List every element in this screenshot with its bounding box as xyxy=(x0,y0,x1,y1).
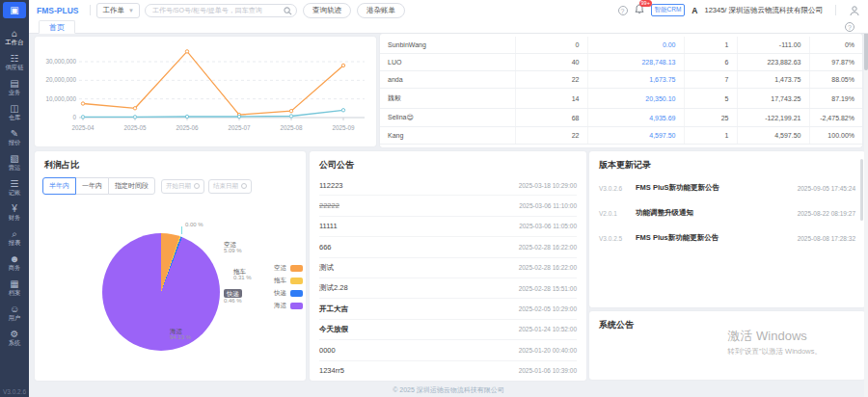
table-row[interactable]: anda 22 1,673.75 7 1,473.75 88.05% xyxy=(380,71,862,89)
filter-custom-range[interactable]: 指定时间段 xyxy=(108,177,155,195)
line-chart[interactable]: 010,000,00020,000,00030,000,0002025-0420… xyxy=(35,37,376,143)
app-logo[interactable]: ▣ xyxy=(3,2,26,18)
sidebar-item-system[interactable]: ⚙ 系统 xyxy=(0,325,29,350)
calendar-icon xyxy=(194,183,200,189)
legend-item[interactable]: 空运 xyxy=(274,264,303,273)
sidebar-item-accounting[interactable]: ☰ 记账 xyxy=(0,174,29,199)
calendar-icon xyxy=(241,183,247,189)
version-row[interactable]: V3.0.2.5 FMS Plus新功能更新公告 2025-08-08 17:2… xyxy=(599,225,855,251)
finance-icon: ¥ xyxy=(0,203,29,214)
table-row[interactable]: 魏毅 14 20,350.10 5 17,743.25 87.19% xyxy=(380,89,862,109)
cell-amount1[interactable]: 4,935.69 xyxy=(587,109,684,127)
search-icon[interactable] xyxy=(284,7,292,15)
table-row[interactable]: Kang 22 4,597.50 1 4,597.50 100.00% xyxy=(380,127,862,145)
avatar-icon[interactable] xyxy=(849,5,860,16)
version-time: 2025-08-08 17:28:32 xyxy=(798,235,855,242)
cell-amount1[interactable]: 1,673.75 xyxy=(587,71,684,89)
card-title: 利润占比 xyxy=(35,151,306,175)
version-title: FMS Plus新功能更新公告 xyxy=(636,233,798,243)
announcement-row[interactable]: 测试 2025-02-28 16:22:00 xyxy=(319,258,577,278)
svg-text:2025-09: 2025-09 xyxy=(332,124,355,131)
track-query-button[interactable]: 查询轨迹 xyxy=(303,3,351,18)
global-search xyxy=(145,4,297,17)
announcement-title: 今天放假 xyxy=(319,325,348,334)
legend-item[interactable]: 快递 xyxy=(274,289,303,298)
announcement-row[interactable]: 112223 2025-03-18 10:29:00 xyxy=(319,175,577,196)
table-row[interactable]: Selina😊 68 4,935.69 25 -122,199.21 -2,47… xyxy=(380,109,862,127)
divider xyxy=(835,5,836,15)
cell-amount1[interactable]: 0.00 xyxy=(587,37,684,54)
copyright-footer: © 2025 深圳运驰云物流科技有限公司 xyxy=(29,385,868,395)
announcement-row[interactable]: 22222 2025-03-06 11:10:00 xyxy=(319,196,577,216)
font-size-toggle[interactable]: A xyxy=(692,6,697,15)
sidebar-item-users[interactable]: ☺ 用户 xyxy=(0,300,29,325)
version-title: FMS PluS新功能更新公告 xyxy=(636,183,798,193)
legend-label: 拖车 xyxy=(274,277,286,285)
sidebar-item-label: 档案 xyxy=(2,289,28,296)
top-header: FMS-PLUS 工作单 ▼ 查询轨迹 港杂账单 ? 99+ 智能CRM A 1… xyxy=(29,0,868,20)
announcement-title: 0000 xyxy=(319,346,336,355)
crm-tag[interactable]: 智能CRM xyxy=(651,4,686,16)
filter-one-year[interactable]: 一年内 xyxy=(75,177,109,195)
announcement-row[interactable]: 0000 2025-01-20 00:40:00 xyxy=(319,340,577,360)
business-icon: ▤ xyxy=(0,78,29,89)
cell-count1: 40 xyxy=(515,54,587,71)
announcement-row[interactable]: 1234rr5 2025-01-06 10:39:00 xyxy=(319,361,577,381)
search-input[interactable] xyxy=(145,4,297,17)
table-row[interactable]: LUO 40 228,748.13 6 223,882.63 97.87% xyxy=(380,54,862,71)
sidebar-item-workbench[interactable]: ⌂ 工作台 xyxy=(0,24,29,49)
cell-rate: 100.00% xyxy=(809,127,862,145)
sidebar-item-operations[interactable]: ▧ 营运 xyxy=(0,149,29,174)
cell-amount1[interactable]: 4,597.50 xyxy=(587,127,684,145)
help-icon[interactable]: ? xyxy=(618,6,628,15)
pie-label-zero: 0.00 % xyxy=(185,222,203,228)
scrollbar-thumb[interactable] xyxy=(860,159,863,221)
announcement-time: 2025-03-06 11:10:00 xyxy=(519,202,577,209)
archives-icon: ▦ xyxy=(0,278,29,289)
legend-color-chip xyxy=(290,303,303,309)
search-type-select[interactable]: 工作单 ▼ xyxy=(96,3,139,18)
legend-item[interactable]: 拖车 xyxy=(274,277,303,285)
legend-item[interactable]: 海运 xyxy=(274,302,303,310)
sidebar-item-commerce[interactable]: ☻ 商务 xyxy=(0,250,29,275)
announcement-row[interactable]: 666 2025-02-28 16:22:00 xyxy=(319,237,577,257)
filter-half-year[interactable]: 半年内 xyxy=(42,177,76,195)
tenant-name[interactable]: 12345/ 深圳运驰云物流科技有限公司 xyxy=(704,6,823,15)
version-row[interactable]: V3.0.2.6 FMS PluS新功能更新公告 2025-09-05 17:4… xyxy=(599,175,855,200)
pie-chart-area: 0.00 % 空运5.09 % 拖车0.31 % 快递0.46 % 海运94.1… xyxy=(35,195,306,373)
summary-table: SunbinWang 0 0.00 1 -111.00 0%LUO 40 228… xyxy=(380,37,862,145)
sidebar-item-archives[interactable]: ▦ 档案 xyxy=(0,275,29,300)
sidebar-item-finance[interactable]: ¥ 财务 xyxy=(0,199,29,225)
sidebar-item-label: 营运 xyxy=(2,164,28,171)
end-date-input[interactable]: 结束日期 xyxy=(208,179,252,194)
notifications[interactable]: 99+ xyxy=(635,4,644,16)
cell-amount1[interactable]: 20,350.10 xyxy=(587,89,684,109)
tab-home[interactable]: 首页 xyxy=(39,20,75,34)
port-bill-button[interactable]: 港杂账单 xyxy=(357,3,405,18)
announcement-row[interactable]: 今天放假 2025-01-24 10:52:00 xyxy=(319,320,577,340)
announcement-row[interactable]: 11111 2025-03-06 11:05:00 xyxy=(319,217,577,237)
pie-label-air: 空运5.09 % xyxy=(224,241,242,254)
sidebar-item-supply-chain[interactable]: ☷ 供应链 xyxy=(0,49,29,74)
sidebar-item-label: 系统 xyxy=(2,339,28,346)
sidebar-item-reports[interactable]: ⌕ 报表 xyxy=(0,225,29,250)
svg-text:30,000,000: 30,000,000 xyxy=(45,58,76,65)
sidebar-item-label: 商务 xyxy=(2,264,28,271)
version-time: 2025-08-22 08:19:27 xyxy=(798,210,855,217)
start-date-input[interactable]: 开始日期 xyxy=(161,179,204,194)
table-row[interactable]: SunbinWang 0 0.00 1 -111.00 0% xyxy=(380,37,862,54)
cell-name: SunbinWang xyxy=(380,37,515,54)
announcement-title: 22222 xyxy=(319,201,339,210)
version-row[interactable]: V2.0.1 功能调整升级通知 2025-08-22 08:19:27 xyxy=(599,200,855,225)
sidebar-item-business[interactable]: ▤ 业务 xyxy=(0,74,29,99)
announcement-row[interactable]: 开工大吉 2025-02-05 10:29:00 xyxy=(319,299,577,319)
page-scrollbar[interactable] xyxy=(864,20,868,397)
announcement-row[interactable]: 测试2.28 2025-02-28 15:51:00 xyxy=(319,278,577,299)
page-help-icon[interactable]: ? xyxy=(845,22,854,32)
sidebar-item-warehouse[interactable]: ◫ 仓库 xyxy=(0,99,29,124)
watermark-line2: 转到“设置”以激活 Windows。 xyxy=(727,347,822,357)
start-date-placeholder: 开始日期 xyxy=(166,182,191,191)
pie-chart[interactable] xyxy=(102,233,220,351)
sidebar-item-quotation[interactable]: ✎ 报价 xyxy=(0,124,29,149)
cell-amount1[interactable]: 228,748.13 xyxy=(587,54,684,71)
